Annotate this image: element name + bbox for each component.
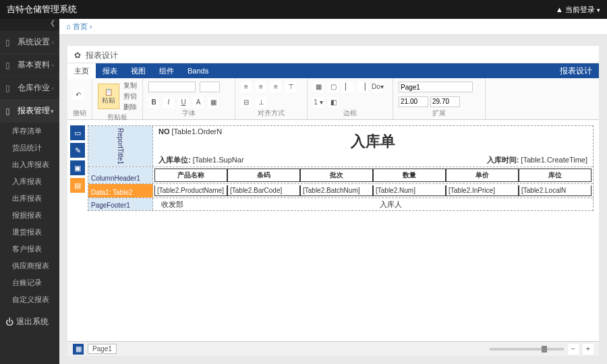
align-bottom-button[interactable]: ⊥ <box>256 97 266 108</box>
sub-ledger[interactable]: 台账记录 <box>0 274 59 291</box>
border-width-button[interactable]: 1 ▾ <box>313 97 324 108</box>
field-supplier[interactable]: 入库单位: [Table1.SupNar <box>158 155 244 165</box>
home-icon[interactable]: ⌂ <box>66 22 71 30</box>
align-middle-button[interactable]: ⊟ <box>241 97 252 108</box>
col-price[interactable]: 单价 <box>446 169 519 182</box>
italic-button[interactable]: I <box>163 97 174 108</box>
fill-color-button[interactable]: ▦ <box>208 97 219 108</box>
tool-text[interactable]: ✎ <box>70 143 85 158</box>
page-width-input[interactable] <box>399 96 428 107</box>
col-product[interactable]: 产品名称 <box>154 169 227 182</box>
band-body[interactable]: [Table2.ProductName] [Table2.BarCode] [T… <box>153 184 593 198</box>
underline-button[interactable]: U <box>178 97 189 108</box>
border-color-button[interactable]: ◧ <box>328 97 339 108</box>
header-row: 产品名称 条码 批次 数量 单价 库位 <box>154 169 591 182</box>
paste-button[interactable]: 📋 粘贴 <box>98 84 119 109</box>
user-icon: ▲ <box>556 5 563 13</box>
font-color-button[interactable]: A <box>193 97 204 108</box>
field-batch[interactable]: [Table2.BatchNum] <box>300 185 373 196</box>
ribbon-tabs: 主页 报表 视图 组件 Bands 报表设计 <box>67 63 599 78</box>
tool-pointer[interactable]: ▭ <box>70 125 85 140</box>
band-report-title[interactable]: ReportTitle1 NO [Table1.OrderN 入库单 入库单位:… <box>88 126 593 167</box>
zoom-slider[interactable] <box>490 348 564 351</box>
col-location[interactable]: 库位 <box>519 169 591 182</box>
band-page-footer[interactable]: PageFooter1 收发部 入库人 <box>88 198 593 210</box>
align-left-button[interactable]: ≡ <box>241 82 252 92</box>
field-qty[interactable]: [Table2.Num] <box>373 185 446 196</box>
group-font: B I U A ▦ 字体 <box>143 78 235 119</box>
band-column-header[interactable]: ColumnHeader1 产品名称 条码 批次 数量 单价 库位 <box>88 167 593 184</box>
zoom-thumb[interactable] <box>542 346 547 353</box>
sub-customer-report[interactable]: 客户报表 <box>0 241 59 257</box>
align-top-button[interactable]: ⊤ <box>285 82 296 92</box>
tab-view[interactable]: 视图 <box>124 63 152 79</box>
col-barcode[interactable]: 条码 <box>227 169 300 182</box>
sub-inventory-list[interactable]: 库存清单 <box>0 123 59 140</box>
sub-return-report[interactable]: 退货报表 <box>0 224 59 241</box>
sub-custom-report[interactable]: 自定义报表 <box>0 291 59 308</box>
field-operator[interactable]: 入库人 <box>373 200 591 209</box>
tool-image[interactable]: ▣ <box>70 160 85 175</box>
sub-supplier-report[interactable]: 供应商报表 <box>0 257 59 274</box>
field-location[interactable]: [Table2.LocalN <box>519 185 591 196</box>
font-family-select[interactable] <box>148 82 196 92</box>
page-tab[interactable]: Page1 <box>88 344 117 354</box>
panel-header: ✿ 报表设计 <box>67 46 599 63</box>
sub-in-report[interactable]: 入库报表 <box>0 173 59 190</box>
undo-button[interactable]: ↶ <box>73 89 84 100</box>
zoom-out-button[interactable]: − <box>568 344 579 355</box>
page-height-input[interactable] <box>430 96 460 107</box>
zoom-in-button[interactable]: + <box>583 344 594 355</box>
border-right-button[interactable]: ▕ <box>357 82 368 92</box>
font-size-select[interactable] <box>200 82 220 92</box>
field-barcode[interactable]: [Table2.BarCode] <box>227 185 300 196</box>
col-batch[interactable]: 批次 <box>300 169 373 182</box>
field-price[interactable]: [Table2.InPrice] <box>446 185 519 196</box>
border-style-button[interactable]: Do▾ <box>372 82 383 92</box>
tab-bands[interactable]: Bands <box>181 64 215 78</box>
nav-warehouse-ops[interactable]: ▯ 仓库作业 ‹ <box>0 77 59 100</box>
clipboard-icon: 📋 <box>105 88 113 96</box>
nav-basic-data[interactable]: ▯ 基本资料 ‹ <box>0 54 59 77</box>
nav-report-mgmt[interactable]: ▯ 报表管理 ▾ <box>0 100 59 123</box>
border-left-button[interactable]: ▏ <box>343 82 353 92</box>
design-surface[interactable]: ▭ ✎ ▣ ▤ ReportTitle1 NO [Table1.OrderN 入… <box>67 121 599 341</box>
tab-report[interactable]: 报表 <box>96 63 124 79</box>
nav-logout[interactable]: ⏻ 退出系统 <box>0 311 59 333</box>
field-create-time[interactable]: 入库时间: [Table1.CreateTime] <box>487 155 587 165</box>
field-product[interactable]: [Table2.ProductName] <box>154 185 227 196</box>
user-menu[interactable]: ▲ 当前登录 <box>556 5 600 15</box>
band-body[interactable]: 收发部 入库人 <box>153 198 593 210</box>
power-icon: ⏻ <box>5 317 13 327</box>
group-page: 扩展 <box>393 78 486 119</box>
add-page-button[interactable]: ▦ <box>73 344 84 355</box>
band-body[interactable]: 产品名称 条码 批次 数量 单价 库位 <box>153 167 593 183</box>
sidebar-collapse-button[interactable]: ❮ <box>0 19 59 31</box>
sub-inout-report[interactable]: 出入库报表 <box>0 156 59 173</box>
tab-home[interactable]: 主页 <box>67 63 96 79</box>
breadcrumb-home[interactable]: 首页 <box>73 22 88 30</box>
sub-damage-report[interactable]: 报损报表 <box>0 207 59 224</box>
delete-button[interactable]: 删除 <box>123 102 137 112</box>
border-all-button[interactable]: ▦ <box>313 82 324 92</box>
band-body[interactable]: NO [Table1.OrderN 入库单 入库单位: [Table1.SupN… <box>153 126 593 166</box>
align-center-button[interactable]: ≡ <box>256 82 266 92</box>
nav-system-settings[interactable]: ▯ 系统设置 ‹ <box>0 31 59 54</box>
tool-barcode[interactable]: ▤ <box>70 178 85 193</box>
cut-button[interactable]: 剪切 <box>123 92 137 101</box>
page-select[interactable] <box>399 82 473 92</box>
tab-component[interactable]: 组件 <box>152 63 181 79</box>
data-row: [Table2.ProductName] [Table2.BarCode] [T… <box>154 185 591 196</box>
band-data[interactable]: Data1: Table2 [Table2.ProductName] [Tabl… <box>88 184 593 198</box>
logout-label: 退出系统 <box>16 316 49 328</box>
border-none-button[interactable]: ▢ <box>328 82 339 92</box>
copy-button[interactable]: 复制 <box>123 81 137 90</box>
col-qty[interactable]: 数量 <box>373 169 446 182</box>
sub-out-report[interactable]: 出库报表 <box>0 190 59 207</box>
align-right-button[interactable]: ≡ <box>270 82 281 92</box>
sub-product-stats[interactable]: 货品统计 <box>0 140 59 156</box>
field-dept[interactable]: 收发部 <box>154 200 373 209</box>
group-border: ▦ ▢ ▏ ▕ Do▾ 1 ▾ ◧ 边框 <box>308 78 393 119</box>
bold-button[interactable]: B <box>148 97 159 108</box>
field-doc-title[interactable]: 入库单 <box>153 131 593 152</box>
